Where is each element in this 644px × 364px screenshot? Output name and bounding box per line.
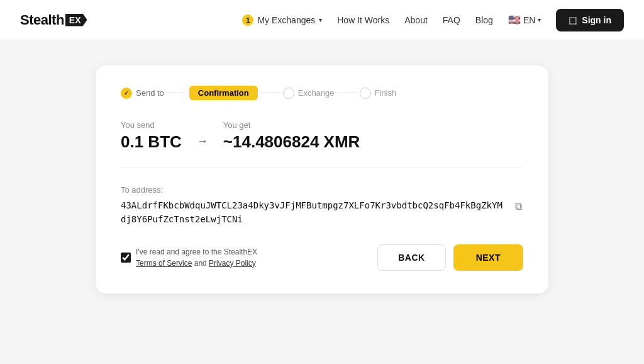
copy-icon: ⧉: [515, 201, 522, 212]
sign-in-icon: ⬚: [569, 15, 577, 25]
logo[interactable]: Stealth EX: [20, 12, 87, 28]
blog-link[interactable]: Blog: [475, 15, 493, 25]
send-label: You send: [121, 120, 182, 130]
step-connector-1: [167, 93, 187, 94]
language-selector[interactable]: 🇺🇸 EN ▾: [508, 14, 541, 26]
terms-row: I've read and agree to the StealthEX Ter…: [121, 246, 257, 269]
step-connector-2: [260, 93, 280, 94]
step2-label: Confirmation: [189, 86, 258, 100]
main-nav: 1 My Exchanges ▾ How It Works About FAQ …: [242, 9, 624, 31]
lang-chevron-icon: ▾: [538, 16, 541, 23]
send-col: You send 0.1 BTC: [121, 120, 182, 152]
address-section: To address: 43ALdrfFKbcbWdquJWTCL23a4Dky…: [121, 185, 523, 227]
how-it-works-link[interactable]: How It Works: [337, 15, 389, 25]
exchange-row: You send 0.1 BTC → You get ~14.4806824 X…: [121, 120, 523, 168]
copy-address-button[interactable]: ⧉: [514, 200, 523, 213]
send-amount: 0.1 BTC: [121, 132, 182, 152]
step-send-to: ✓ Send to: [121, 88, 164, 99]
get-label: You get: [223, 120, 360, 130]
step3-label: Exchange: [298, 88, 335, 98]
terms-of-service-link[interactable]: Terms of Service: [136, 259, 192, 268]
sign-in-button[interactable]: ⬚ Sign in: [556, 9, 624, 31]
exchanges-badge: 1: [242, 14, 253, 26]
progress-steps: ✓ Send to Confirmation Exchange Finish: [121, 86, 523, 100]
get-amount: ~14.4806824 XMR: [223, 132, 360, 152]
step-confirmation: Confirmation: [189, 86, 258, 100]
chevron-down-icon: ▾: [319, 16, 322, 23]
flag-icon: 🇺🇸: [508, 14, 521, 26]
arrow-right-icon: →: [197, 135, 208, 148]
back-button[interactable]: BACK: [377, 244, 445, 271]
lang-label: EN: [523, 15, 535, 25]
step-connector-3: [337, 93, 357, 94]
my-exchanges-label: My Exchanges: [257, 15, 315, 25]
address-label: To address:: [121, 185, 523, 195]
my-exchanges-nav[interactable]: 1 My Exchanges ▾: [242, 14, 322, 26]
about-link[interactable]: About: [404, 15, 428, 25]
step1-check-icon: ✓: [121, 88, 132, 99]
next-button[interactable]: NEXT: [453, 244, 523, 271]
step-exchange: Exchange: [283, 88, 335, 99]
step3-icon: [283, 88, 294, 99]
faq-link[interactable]: FAQ: [443, 15, 460, 25]
address-value: 43ALdrfFKbcbWdquJWTCL23a4Dky3vJFjMFButmp…: [121, 198, 506, 227]
bottom-row: I've read and agree to the StealthEX Ter…: [121, 244, 523, 271]
step4-label: Finish: [375, 88, 397, 98]
step4-icon: [360, 88, 371, 99]
sign-in-label: Sign in: [582, 15, 611, 25]
logo-arrow: EX: [65, 14, 87, 26]
privacy-policy-link[interactable]: Privacy Policy: [209, 259, 256, 268]
terms-checkbox[interactable]: [121, 253, 131, 263]
terms-text: I've read and agree to the StealthEX Ter…: [136, 246, 257, 269]
get-col: You get ~14.4806824 XMR: [223, 120, 360, 152]
and-text: and: [194, 259, 207, 268]
step1-label: Send to: [136, 88, 164, 98]
logo-text: Stealth: [20, 12, 64, 28]
action-buttons: BACK NEXT: [377, 244, 523, 271]
address-row: 43ALdrfFKbcbWdquJWTCL23a4Dky3vJFjMFButmp…: [121, 198, 523, 227]
exchange-card: ✓ Send to Confirmation Exchange Finish: [96, 65, 548, 293]
step-finish: Finish: [360, 88, 397, 99]
